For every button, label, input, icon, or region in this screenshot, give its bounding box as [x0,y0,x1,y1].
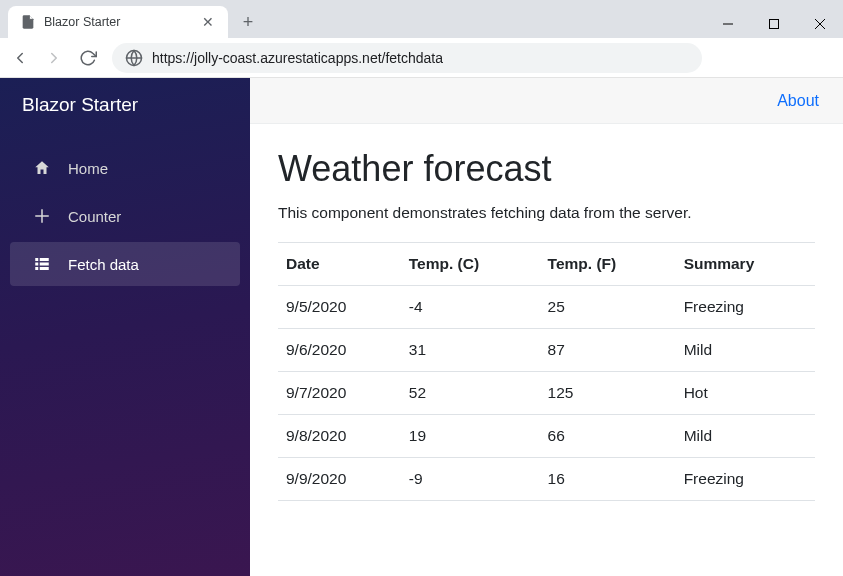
col-date: Date [278,243,401,286]
cell-summary: Freezing [676,286,815,329]
cell-date: 9/6/2020 [278,329,401,372]
browser-titlebar: Blazor Starter ✕ + [0,0,843,38]
reload-icon[interactable] [78,48,98,68]
maximize-button[interactable] [751,10,797,38]
forecast-table: Date Temp. (C) Temp. (F) Summary 9/5/202… [278,242,815,501]
svg-rect-6 [35,258,38,261]
back-icon[interactable] [10,48,30,68]
browser-tab[interactable]: Blazor Starter ✕ [8,6,228,38]
col-summary: Summary [676,243,815,286]
new-tab-button[interactable]: + [234,8,262,36]
sidebar: Blazor Starter Home Counter Fetch data [0,78,250,576]
cell-date: 9/5/2020 [278,286,401,329]
home-icon [32,158,52,178]
close-window-button[interactable] [797,10,843,38]
list-icon [32,254,52,274]
svg-rect-8 [35,267,38,270]
cell-tc: -4 [401,286,540,329]
plus-icon [32,206,52,226]
table-row: 9/8/20201966Mild [278,415,815,458]
main-content: About Weather forecast This component de… [250,78,843,576]
sidebar-item-label: Counter [68,208,121,225]
about-link[interactable]: About [777,92,819,110]
tab-title: Blazor Starter [44,15,120,29]
cell-summary: Mild [676,415,815,458]
sidebar-nav: Home Counter Fetch data [0,132,250,300]
sidebar-item-counter[interactable]: Counter [10,194,240,238]
svg-rect-9 [40,258,49,261]
close-icon[interactable]: ✕ [200,14,216,30]
topbar: About [250,78,843,124]
svg-rect-11 [40,267,49,270]
cell-tc: 52 [401,372,540,415]
cell-tf: 87 [540,329,676,372]
cell-tc: -9 [401,458,540,501]
sidebar-item-home[interactable]: Home [10,146,240,190]
table-header-row: Date Temp. (C) Temp. (F) Summary [278,243,815,286]
cell-date: 9/8/2020 [278,415,401,458]
page-title: Weather forecast [278,148,815,190]
svg-rect-1 [770,20,779,29]
cell-summary: Hot [676,372,815,415]
cell-tc: 19 [401,415,540,458]
cell-tf: 16 [540,458,676,501]
table-row: 9/5/2020-425Freezing [278,286,815,329]
globe-icon [124,48,144,68]
cell-tc: 31 [401,329,540,372]
page-content: Weather forecast This component demonstr… [250,124,843,525]
sidebar-item-label: Fetch data [68,256,139,273]
cell-summary: Mild [676,329,815,372]
window-controls [705,8,843,38]
url-text: https://jolly-coast.azurestaticapps.net/… [152,50,443,66]
sidebar-item-label: Home [68,160,108,177]
brand-title[interactable]: Blazor Starter [0,78,250,132]
cell-summary: Freezing [676,458,815,501]
table-row: 9/6/20203187Mild [278,329,815,372]
cell-date: 9/7/2020 [278,372,401,415]
file-icon [20,14,36,30]
forward-icon[interactable] [44,48,64,68]
sidebar-item-fetch-data[interactable]: Fetch data [10,242,240,286]
svg-rect-10 [40,263,49,266]
cell-date: 9/9/2020 [278,458,401,501]
cell-tf: 25 [540,286,676,329]
table-row: 9/9/2020-916Freezing [278,458,815,501]
col-temp-c: Temp. (C) [401,243,540,286]
browser-address-bar: https://jolly-coast.azurestaticapps.net/… [0,38,843,78]
minimize-button[interactable] [705,10,751,38]
col-temp-f: Temp. (F) [540,243,676,286]
svg-rect-7 [35,263,38,266]
cell-tf: 125 [540,372,676,415]
cell-tf: 66 [540,415,676,458]
app-root: Blazor Starter Home Counter Fetch data A… [0,78,843,576]
url-input[interactable]: https://jolly-coast.azurestaticapps.net/… [112,43,702,73]
table-row: 9/7/202052125Hot [278,372,815,415]
page-description: This component demonstrates fetching dat… [278,204,815,222]
